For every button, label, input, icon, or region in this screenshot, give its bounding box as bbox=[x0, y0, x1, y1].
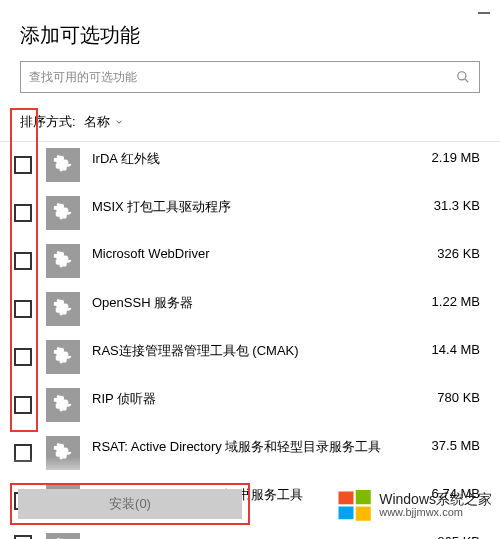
feature-icon bbox=[46, 340, 80, 374]
watermark-domain: www.bjjmwx.com bbox=[379, 507, 492, 519]
svg-rect-2 bbox=[339, 492, 354, 505]
sort-label: 排序方式: bbox=[20, 113, 76, 131]
svg-rect-3 bbox=[356, 490, 371, 504]
feature-icon bbox=[46, 436, 80, 470]
list-item[interactable]: Microsoft WebDriver 326 KB bbox=[10, 240, 484, 288]
feature-name: RSAT: BitLocker 驱动器加密管理实用程序 bbox=[88, 532, 429, 539]
list-item[interactable]: OpenSSH 服务器 1.22 MB bbox=[10, 288, 484, 336]
feature-icon bbox=[46, 292, 80, 326]
feature-icon bbox=[46, 148, 80, 182]
svg-point-0 bbox=[458, 72, 466, 80]
list-item[interactable]: RSAT: Active Directory 域服务和轻型目录服务工具 37.5… bbox=[10, 432, 484, 480]
install-button[interactable]: 安装(0) bbox=[18, 489, 242, 519]
sort-value-text: 名称 bbox=[84, 113, 110, 131]
checkbox[interactable] bbox=[14, 300, 32, 318]
feature-size: 780 KB bbox=[437, 388, 484, 405]
search-input[interactable] bbox=[21, 70, 447, 84]
chevron-down-icon bbox=[114, 115, 124, 130]
feature-icon bbox=[46, 533, 80, 539]
feature-size: 2.19 MB bbox=[432, 148, 484, 165]
svg-line-1 bbox=[465, 79, 468, 82]
list-item[interactable]: RSAT: BitLocker 驱动器加密管理实用程序 865 KB bbox=[10, 528, 484, 539]
feature-size: 865 KB bbox=[437, 532, 484, 539]
feature-name: IrDA 红外线 bbox=[88, 148, 424, 168]
feature-name: Microsoft WebDriver bbox=[88, 244, 429, 261]
svg-rect-4 bbox=[339, 507, 354, 520]
feature-size: 14.4 MB bbox=[432, 340, 484, 357]
feature-icon bbox=[46, 388, 80, 422]
feature-name: RSAT: Active Directory 域服务和轻型目录服务工具 bbox=[88, 436, 424, 456]
feature-name: RIP 侦听器 bbox=[88, 388, 429, 408]
feature-size: 31.3 KB bbox=[434, 196, 484, 213]
feature-name: RAS连接管理器管理工具包 (CMAK) bbox=[88, 340, 424, 360]
list-item[interactable]: MSIX 打包工具驱动程序 31.3 KB bbox=[10, 192, 484, 240]
feature-icon bbox=[46, 244, 80, 278]
feature-name: MSIX 打包工具驱动程序 bbox=[88, 196, 426, 216]
list-item[interactable]: RIP 侦听器 780 KB bbox=[10, 384, 484, 432]
list-item[interactable]: RAS连接管理器管理工具包 (CMAK) 14.4 MB bbox=[10, 336, 484, 384]
checkbox[interactable] bbox=[14, 396, 32, 414]
feature-icon bbox=[46, 196, 80, 230]
checkbox[interactable] bbox=[14, 252, 32, 270]
checkbox[interactable] bbox=[14, 535, 32, 539]
checkbox[interactable] bbox=[14, 156, 32, 174]
divider bbox=[0, 141, 500, 142]
watermark: Windows系统之家 www.bjjmwx.com bbox=[337, 487, 492, 523]
sort-dropdown[interactable]: 名称 bbox=[84, 113, 124, 131]
feature-name: OpenSSH 服务器 bbox=[88, 292, 424, 312]
list-item[interactable]: IrDA 红外线 2.19 MB bbox=[10, 144, 484, 192]
checkbox[interactable] bbox=[14, 348, 32, 366]
feature-size: 326 KB bbox=[437, 244, 484, 261]
checkbox[interactable] bbox=[14, 204, 32, 222]
watermark-title: Windows系统之家 bbox=[379, 492, 492, 507]
windows-logo-icon bbox=[337, 487, 373, 523]
minimize-icon[interactable] bbox=[478, 12, 490, 14]
svg-rect-5 bbox=[356, 507, 371, 521]
search-icon[interactable] bbox=[447, 62, 479, 92]
feature-size: 1.22 MB bbox=[432, 292, 484, 309]
page-title: 添加可选功能 bbox=[0, 16, 500, 61]
checkbox[interactable] bbox=[14, 444, 32, 462]
feature-size: 37.5 MB bbox=[432, 436, 484, 453]
search-box[interactable] bbox=[20, 61, 480, 93]
